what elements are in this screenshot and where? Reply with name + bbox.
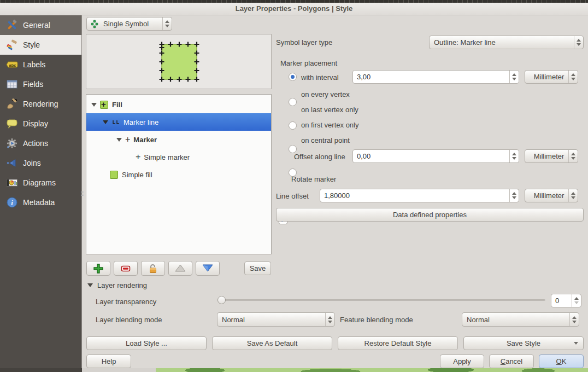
layer-rendering-section-header[interactable]: Layer rendering bbox=[87, 281, 147, 289]
save-style-menu-button[interactable]: Save Style bbox=[463, 336, 584, 350]
sidebar-item-diagrams[interactable]: Diagrams bbox=[0, 173, 81, 193]
interval-unit-combo[interactable]: Millimeter bbox=[525, 70, 578, 84]
spin-arrows[interactable] bbox=[509, 189, 519, 202]
feature-blending-mode-combo[interactable]: Normal bbox=[462, 312, 579, 327]
tree-row-simple-fill[interactable]: Simple fill bbox=[87, 166, 271, 183]
map-canvas-edge bbox=[156, 368, 588, 372]
sidebar-item-rendering[interactable]: Rendering bbox=[0, 94, 81, 114]
line-offset-value: 1,80000 bbox=[320, 191, 509, 200]
data-defined-properties-button[interactable]: Data defined properties bbox=[276, 208, 584, 222]
load-style-button[interactable]: Load Style ... bbox=[86, 336, 207, 350]
load-style-label: Load Style ... bbox=[126, 339, 167, 347]
spin-arrows[interactable] bbox=[572, 294, 581, 307]
feature-blending-mode-value: Normal bbox=[462, 316, 569, 324]
combo-spin-arrows[interactable] bbox=[569, 313, 579, 326]
tree-row-label: Simple marker bbox=[144, 153, 190, 161]
combo-spin-arrows[interactable] bbox=[568, 150, 578, 162]
radio-central-point-label: on central point bbox=[301, 136, 350, 144]
apply-button[interactable]: Apply bbox=[440, 354, 484, 368]
offset-along-line-value: 0,00 bbox=[353, 152, 509, 160]
sidebar-item-label: Joins bbox=[23, 159, 41, 167]
layer-transparency-label: Layer transparency bbox=[96, 298, 156, 306]
radio-last-vertex[interactable] bbox=[289, 121, 297, 130]
tree-row-fill[interactable]: Fill bbox=[87, 96, 271, 113]
combo-spin-arrows[interactable] bbox=[325, 313, 334, 326]
feature-blending-mode-label: Feature blending mode bbox=[340, 316, 413, 324]
move-layer-up-button[interactable] bbox=[168, 261, 192, 276]
sidebar-item-fields[interactable]: Fields bbox=[0, 74, 81, 94]
interval-value: 3,00 bbox=[353, 73, 509, 81]
sidebar-item-display[interactable]: Display bbox=[0, 114, 81, 133]
radio-first-vertex[interactable] bbox=[289, 145, 297, 153]
tree-row-marker-line[interactable]: Marker line bbox=[86, 113, 271, 131]
expander-icon[interactable] bbox=[91, 103, 97, 107]
sidebar-item-general[interactable]: General bbox=[0, 15, 81, 35]
transparency-spinbox[interactable]: 0 bbox=[551, 294, 581, 307]
interval-spinbox[interactable]: 3,00 bbox=[352, 70, 519, 84]
marker-placement-label: Marker placement bbox=[280, 59, 337, 67]
radio-with-interval-label: with interval bbox=[301, 73, 339, 82]
brush-icon bbox=[6, 98, 18, 110]
radio-with-interval[interactable] bbox=[289, 73, 297, 81]
combo-spin-arrows[interactable] bbox=[162, 18, 172, 30]
offset-along-line-spinbox[interactable]: 0,00 bbox=[352, 149, 519, 163]
sidebar-item-style[interactable]: Style bbox=[0, 35, 81, 55]
combo-spin-arrows[interactable] bbox=[568, 71, 578, 83]
help-button[interactable]: Help bbox=[86, 354, 131, 368]
restore-default-style-label: Restore Default Style bbox=[364, 339, 432, 347]
combo-spin-arrows[interactable] bbox=[574, 36, 583, 49]
cancel-button[interactable]: Cancel bbox=[489, 354, 534, 368]
svg-text:abc: abc bbox=[9, 63, 16, 68]
background-panel-edge bbox=[0, 368, 82, 372]
offset-along-line-unit-combo[interactable]: Millimeter bbox=[525, 149, 578, 163]
sidebar-item-joins[interactable]: Joins bbox=[0, 153, 81, 173]
paintbrush-icon bbox=[6, 39, 18, 51]
transparency-slider-handle[interactable] bbox=[217, 296, 226, 304]
transparency-value: 0 bbox=[551, 297, 572, 305]
spin-arrows[interactable] bbox=[509, 71, 519, 83]
ok-button[interactable]: OK bbox=[539, 354, 584, 368]
sidebar-item-metadata[interactable]: i Metadata bbox=[0, 193, 81, 212]
sidebar: General Style abc Labels Fi bbox=[0, 15, 82, 368]
offset-along-line-label: Offset along line bbox=[294, 153, 345, 161]
tree-row-simple-marker[interactable]: + Simple marker bbox=[87, 148, 271, 166]
save-as-default-button[interactable]: Save As Default bbox=[212, 336, 332, 350]
line-offset-spinbox[interactable]: 1,80000 bbox=[320, 189, 519, 202]
sidebar-item-labels[interactable]: abc Labels bbox=[0, 55, 81, 74]
expander-icon[interactable] bbox=[103, 120, 108, 124]
lock-color-button[interactable] bbox=[141, 261, 165, 276]
sidebar-item-label: Metadata bbox=[23, 198, 55, 207]
radio-every-vertex[interactable] bbox=[289, 98, 297, 106]
marker-line-icon bbox=[111, 119, 120, 125]
speech-bubble-icon bbox=[6, 118, 18, 130]
symbol-layer-type-combo[interactable]: Outline: Marker line bbox=[429, 36, 584, 49]
combo-spin-arrows[interactable] bbox=[568, 189, 578, 202]
spin-arrows[interactable] bbox=[509, 150, 519, 162]
info-icon: i bbox=[6, 196, 18, 208]
layer-blending-mode-combo[interactable]: Normal bbox=[217, 312, 335, 327]
move-layer-down-button[interactable] bbox=[196, 261, 220, 276]
remove-symbol-layer-button[interactable] bbox=[114, 261, 138, 276]
section-collapse-icon bbox=[87, 283, 93, 287]
save-symbol-button[interactable]: Save bbox=[244, 261, 271, 275]
add-symbol-layer-button[interactable] bbox=[86, 261, 110, 276]
line-offset-unit-combo[interactable]: Millimeter bbox=[525, 189, 578, 202]
restore-default-style-button[interactable]: Restore Default Style bbox=[338, 336, 458, 350]
save-style-label: Save Style bbox=[507, 339, 540, 347]
table-icon bbox=[6, 78, 18, 90]
svg-text:i: i bbox=[11, 199, 13, 207]
marker-symbol-icon: + bbox=[125, 135, 130, 144]
sidebar-item-actions[interactable]: Actions bbox=[0, 133, 81, 153]
expander-icon[interactable] bbox=[116, 138, 122, 142]
window-titlebar[interactable]: Layer Properties - Polygons | Style bbox=[0, 3, 588, 15]
interval-unit-value: Millimeter bbox=[525, 73, 568, 81]
transparency-slider-track[interactable] bbox=[217, 299, 545, 301]
polygon-symbol-thumbnail bbox=[86, 34, 271, 89]
gear-action-icon bbox=[6, 137, 18, 149]
abc-tag-icon: abc bbox=[6, 59, 18, 71]
splitter-handle[interactable]: ≡≡ bbox=[80, 191, 85, 200]
tree-row-marker[interactable]: + Marker bbox=[87, 131, 271, 148]
symbol-mode-combo[interactable]: Single Symbol bbox=[86, 17, 172, 31]
help-label: Help bbox=[102, 357, 116, 365]
layer-properties-dialog: Layer Properties - Polygons | Style Gene… bbox=[0, 0, 588, 372]
